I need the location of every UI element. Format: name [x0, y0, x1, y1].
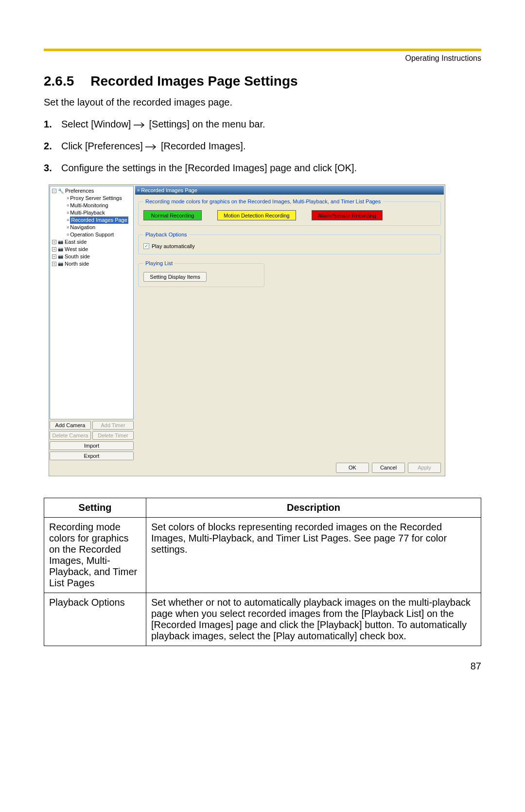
tree-item-selected[interactable]: ≡Recorded Images Page — [52, 217, 133, 224]
group-legend: Recording mode colors for graphics on th… — [143, 198, 383, 204]
ok-button[interactable]: OK — [336, 463, 369, 473]
add-timer-button[interactable]: Add Timer — [92, 421, 134, 430]
list-icon: ≡ — [67, 202, 69, 209]
play-automatically-checkbox[interactable]: ✓ Play automatically — [143, 243, 436, 249]
settings-description-table: Setting Description Recording mode color… — [44, 498, 481, 646]
step-3: Configure the settings in the [Recorded … — [44, 162, 481, 174]
table-header-setting: Setting — [44, 498, 146, 518]
apply-button[interactable]: Apply — [408, 463, 441, 473]
delete-camera-button[interactable]: Delete Camera — [50, 431, 91, 440]
step-1: Select [Window] [Settings] on the menu b… — [44, 119, 481, 130]
tree-camera[interactable]: +📷West side — [52, 246, 133, 253]
table-cell-description: Set whether or not to automatically play… — [146, 593, 481, 646]
table-cell-description: Set colors of blocks representing record… — [146, 518, 481, 593]
expand-icon[interactable]: + — [52, 247, 56, 252]
section-number: 2.6.5 — [44, 73, 74, 89]
delete-timer-button[interactable]: Delete Timer — [92, 431, 134, 440]
playback-options-group: Playback Options ✓ Play automatically — [138, 232, 441, 254]
tree-item[interactable]: ≡Navigation — [52, 224, 133, 231]
group-legend: Playing List — [143, 260, 175, 266]
cancel-button[interactable]: Cancel — [372, 463, 405, 473]
arrow-icon — [134, 122, 146, 128]
section-heading: 2.6.5Recorded Images Page Settings — [44, 73, 481, 89]
checkbox-checked-icon: ✓ — [143, 243, 149, 249]
wrench-icon: 🔧 — [58, 187, 64, 195]
normal-recording-chip[interactable]: Normal Recording — [143, 210, 202, 220]
camera-icon: 📷 — [58, 246, 63, 253]
tree-item[interactable]: ≡Proxy Server Settings — [52, 195, 133, 202]
section-title-text: Recorded Images Page Settings — [90, 73, 298, 89]
setting-display-items-button[interactable]: Setting Display Items — [143, 272, 207, 282]
tree-item[interactable]: ≡Operation Support — [52, 231, 133, 238]
alarm-recording-chip[interactable]: Alarm/Sensor Recording — [312, 210, 383, 220]
tree-camera[interactable]: +📷East side — [52, 238, 133, 246]
list-icon: ≡ — [67, 217, 69, 224]
camera-icon: 📷 — [58, 253, 63, 260]
camera-icon: 📷 — [58, 260, 63, 268]
list-icon: ≡ — [67, 195, 69, 202]
step-2: Click [Preferences] [Recorded Images]. — [44, 141, 481, 152]
preferences-tree[interactable]: − 🔧 Preferences ≡Proxy Server Settings ≡… — [50, 186, 134, 419]
table-cell-setting: Playback Options — [44, 593, 146, 646]
table-row: Playback Options Set whether or not to a… — [44, 593, 481, 646]
table-row: Recording mode colors for graphics on th… — [44, 518, 481, 593]
group-legend: Playback Options — [143, 232, 189, 237]
motion-recording-chip[interactable]: Motion Detection Recording — [217, 210, 296, 220]
tree-root[interactable]: − 🔧 Preferences — [52, 187, 133, 195]
panel-title: ≡ Recorded Images Page — [135, 186, 444, 195]
tree-item[interactable]: ≡Multi-Playback — [52, 209, 133, 217]
expand-icon[interactable]: + — [52, 254, 56, 259]
settings-dialog: − 🔧 Preferences ≡Proxy Server Settings ≡… — [49, 184, 445, 476]
list-icon: ≡ — [67, 209, 69, 217]
playing-list-group: Playing List Setting Display Items — [138, 260, 264, 287]
add-camera-button[interactable]: Add Camera — [50, 421, 91, 430]
running-header: Operating Instructions — [44, 54, 481, 63]
table-header-description: Description — [146, 498, 481, 518]
list-icon: ≡ — [67, 224, 69, 231]
page-number: 87 — [44, 661, 481, 672]
list-icon: ≡ — [137, 188, 139, 193]
expand-icon[interactable]: + — [52, 262, 56, 266]
steps-list: Select [Window] [Settings] on the menu b… — [44, 119, 481, 174]
arrow-icon — [145, 144, 158, 150]
recording-colors-group: Recording mode colors for graphics on th… — [138, 198, 441, 226]
intro-text: Set the layout of the recorded images pa… — [44, 97, 481, 108]
table-cell-setting: Recording mode colors for graphics on th… — [44, 518, 146, 593]
export-button[interactable]: Export — [50, 451, 134, 460]
import-button[interactable]: Import — [50, 441, 134, 450]
list-icon: ≡ — [67, 231, 69, 238]
tree-camera[interactable]: +📷North side — [52, 260, 133, 268]
tree-item[interactable]: ≡Multi-Monitoring — [52, 202, 133, 209]
camera-icon: 📷 — [58, 238, 63, 246]
expand-icon[interactable]: + — [52, 240, 56, 244]
collapse-icon[interactable]: − — [52, 189, 56, 193]
tree-camera[interactable]: +📷South side — [52, 253, 133, 260]
